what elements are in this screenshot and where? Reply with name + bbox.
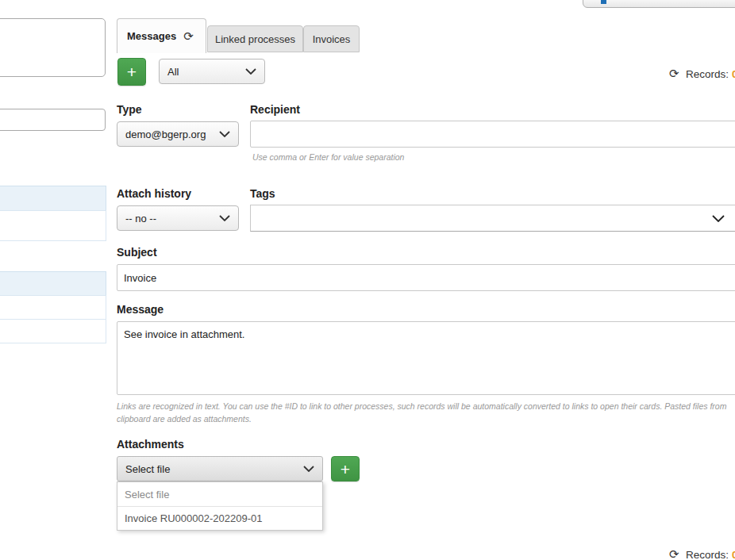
attachments-label: Attachments [117,438,184,451]
message-filter-value: All [167,66,179,78]
message-textarea[interactable]: See invoice in attachment. [117,321,735,395]
message-filter-select[interactable]: All [159,59,265,84]
plus-icon: + [127,63,137,80]
page: Messages ⟳ Linked processes Invoices + A… [0,0,735,560]
attach-history-value: -- no -- [125,213,156,224]
left-table-row[interactable] [0,210,106,241]
subject-input[interactable] [117,264,735,291]
tab-messages-label: Messages [127,30,176,42]
recipient-hint: Use comma or Enter for value separation [252,151,404,163]
tab-linked-processes[interactable]: Linked processes [207,25,303,52]
subject-label: Subject [117,246,157,259]
top-partial-blue-icon [601,0,606,4]
chevron-down-icon [303,466,314,472]
left-table-row[interactable] [0,271,106,296]
attach-history-label: Attach history [117,187,191,200]
records-label: Records: [686,549,729,560]
attachment-file-dropdown: Select file Invoice RU000002-202209-01 [117,481,323,531]
message-label: Message [117,303,164,316]
attachment-file-select[interactable]: Select file [117,456,323,481]
attachment-option-invoice[interactable]: Invoice RU000002-202209-01 [117,506,322,530]
refresh-records-icon[interactable]: ⟳ [669,67,679,79]
add-attachment-button[interactable]: + [331,456,360,481]
tags-label: Tags [250,187,275,200]
refresh-icon[interactable]: ⟳ [183,30,194,42]
chevron-down-icon [219,215,230,221]
attachment-option-select-file[interactable]: Select file [117,482,322,506]
attach-history-select[interactable]: -- no -- [117,205,239,231]
add-message-button[interactable]: + [117,58,146,86]
tab-invoices[interactable]: Invoices [303,25,360,52]
refresh-records-icon[interactable]: ⟳ [669,548,679,560]
chevron-down-icon [245,68,256,75]
message-hint: Links are recognized in text. You can us… [117,400,735,426]
left-table-row[interactable] [0,295,106,320]
recipient-input[interactable] [250,121,735,148]
records-count: 0 [732,68,735,80]
type-label: Type [117,103,142,116]
chevron-down-icon [219,131,230,137]
type-select-value: demo@bgerp.org [125,128,206,140]
chevron-down-icon [712,215,725,222]
plus-icon: + [341,461,350,478]
tab-messages[interactable]: Messages ⟳ [117,18,206,53]
recipient-label: Recipient [250,103,300,116]
tab-linked-processes-label: Linked processes [215,33,295,45]
records-count: 0 [732,549,735,560]
left-partial-input-2[interactable] [0,109,106,131]
left-table-row[interactable] [0,319,106,343]
records-label: Records: [686,68,729,80]
attachment-file-select-value: Select file [125,463,170,475]
type-select[interactable]: demo@bgerp.org [117,121,239,147]
left-partial-input-1[interactable] [0,18,106,77]
left-table-row[interactable] [0,186,106,211]
tags-select[interactable] [250,205,735,232]
tab-invoices-label: Invoices [313,33,351,45]
